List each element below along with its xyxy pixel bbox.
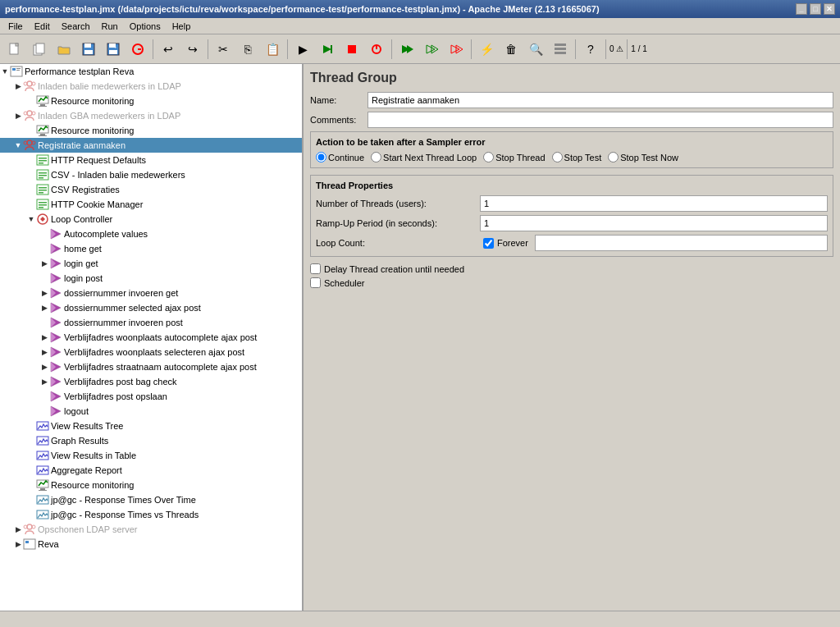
shutdown-button[interactable] xyxy=(365,38,388,61)
redo-button[interactable]: ↪ xyxy=(181,38,204,61)
tree-item-27[interactable]: View Results in Table xyxy=(0,448,302,463)
search-button[interactable]: 🔍 xyxy=(524,38,547,61)
forever-checkbox[interactable] xyxy=(483,238,494,249)
paste-button[interactable]: 📋 xyxy=(261,38,284,61)
tree-item-26[interactable]: Graph Results xyxy=(0,433,302,448)
delay-checkbox[interactable] xyxy=(310,263,321,274)
tree-item-17[interactable]: ▶dossiernummer selected ajax post xyxy=(0,300,302,315)
tree-item-24[interactable]: logout xyxy=(0,404,302,419)
continue-radio[interactable] xyxy=(316,152,326,162)
tree-item-23[interactable]: Verblijfadres post opslaan xyxy=(0,389,302,404)
help-button[interactable]: ? xyxy=(579,38,602,61)
menu-run[interactable]: Run xyxy=(97,21,123,32)
tree-item-32[interactable]: ▶Opschonen LDAP server xyxy=(0,522,302,537)
tree-item-14[interactable]: ▶login get xyxy=(0,256,302,271)
tree-item-13[interactable]: home get xyxy=(0,241,302,256)
revert-button[interactable] xyxy=(126,38,149,61)
tree-item-6[interactable]: ▼Registratie aanmaken xyxy=(0,138,302,153)
tree-item-5[interactable]: Resource monitoring xyxy=(0,123,302,138)
tree-toggle-14[interactable]: ▶ xyxy=(39,259,49,268)
tree-toggle-2[interactable]: ▶ xyxy=(13,82,23,90)
undo-button[interactable]: ↩ xyxy=(157,38,180,61)
tree-toggle-20[interactable]: ▶ xyxy=(39,348,49,356)
close-button[interactable]: ✕ xyxy=(824,3,835,15)
tree-toggle-11[interactable]: ▼ xyxy=(26,215,36,223)
open-button[interactable] xyxy=(52,38,75,61)
tree-label-19: Verblijfadres woonplaats autocomplete aj… xyxy=(64,332,257,342)
tree-item-30[interactable]: jp@gc - Response Times Over Time xyxy=(0,492,302,507)
tree-item-1[interactable]: ▼Performance testplan Reva xyxy=(0,64,302,79)
start-no-pause-button[interactable] xyxy=(316,38,339,61)
templates-button[interactable] xyxy=(28,38,51,61)
menu-help[interactable]: Help xyxy=(167,21,196,32)
tree-toggle-6[interactable]: ▼ xyxy=(13,141,23,149)
tree-item-19[interactable]: ▶Verblijfadres woonplaats autocomplete a… xyxy=(0,330,302,345)
tree-toggle-32[interactable]: ▶ xyxy=(13,525,23,533)
minimize-button[interactable]: _ xyxy=(796,3,807,15)
comments-input[interactable] xyxy=(368,112,833,128)
loop-count-input[interactable] xyxy=(535,235,828,251)
stop-thread-radio[interactable] xyxy=(483,152,494,162)
threads-input[interactable] xyxy=(480,195,828,212)
stop-test-now-radio[interactable] xyxy=(608,152,619,162)
tree-toggle-22[interactable]: ▶ xyxy=(39,378,49,386)
stop-button[interactable] xyxy=(340,38,363,61)
tree-item-15[interactable]: login post xyxy=(0,271,302,286)
tree-item-21[interactable]: ▶Verblijfadres straatnaam autocomplete a… xyxy=(0,359,302,374)
tree-item-12[interactable]: Autocomplete values xyxy=(0,227,302,241)
tree-toggle-19[interactable]: ▶ xyxy=(39,333,49,341)
tree-item-33[interactable]: ▶Reva xyxy=(0,537,302,551)
collapse-button[interactable] xyxy=(549,38,572,61)
function-helper-button[interactable]: ⚡ xyxy=(475,38,498,61)
scheduler-checkbox[interactable] xyxy=(310,277,321,288)
tree-toggle-33[interactable]: ▶ xyxy=(13,540,23,548)
tree-icon-sampler xyxy=(49,301,62,314)
rampup-input[interactable] xyxy=(480,215,828,231)
start-button[interactable]: ▶ xyxy=(291,38,314,61)
tree-item-20[interactable]: ▶Verblijfadres woonplaats selecteren aja… xyxy=(0,345,302,359)
remote-start-button[interactable] xyxy=(395,38,418,61)
name-input[interactable] xyxy=(368,92,833,108)
maximize-button[interactable]: □ xyxy=(810,3,821,15)
menu-options[interactable]: Options xyxy=(125,21,166,32)
save-button[interactable] xyxy=(77,38,100,61)
tree-item-10[interactable]: HTTP Cookie Manager xyxy=(0,197,302,212)
menu-edit[interactable]: Edit xyxy=(30,21,55,32)
tree-item-2[interactable]: ▶Inladen balie medewerkers in LDAP xyxy=(0,79,302,94)
svg-rect-101 xyxy=(24,539,35,549)
tree-item-11[interactable]: ▼Loop Controller xyxy=(0,212,302,227)
tree-item-8[interactable]: CSV - Inladen balie medewerkers xyxy=(0,167,302,182)
tree-item-3[interactable]: Resource monitoring xyxy=(0,94,302,108)
tree-icon-sampler xyxy=(49,360,62,373)
new-button[interactable] xyxy=(3,38,26,61)
tree-item-9[interactable]: CSV Registraties xyxy=(0,182,302,197)
tree-item-7[interactable]: HTTP Request Defaults xyxy=(0,153,302,167)
tree-item-22[interactable]: ▶Verblijfadres post bag check xyxy=(0,374,302,389)
tree-label-32: Opschonen LDAP server xyxy=(38,524,137,534)
action-stop-test-now: Stop Test Now xyxy=(608,152,678,162)
stop-test-radio[interactable] xyxy=(552,152,563,162)
tree-item-18[interactable]: dossiernummer invoeren post xyxy=(0,315,302,330)
tree-toggle-1[interactable]: ▼ xyxy=(0,67,10,76)
tree-toggle-16[interactable]: ▶ xyxy=(39,289,49,297)
remote-shutdown-button[interactable] xyxy=(445,38,468,61)
tree-toggle-21[interactable]: ▶ xyxy=(39,363,49,371)
menu-search[interactable]: Search xyxy=(57,21,95,32)
tree-item-31[interactable]: jp@gc - Response Times vs Threads xyxy=(0,507,302,522)
tree-item-29[interactable]: Resource monitoring xyxy=(0,478,302,492)
tree-item-16[interactable]: ▶dossiernummer invoeren get xyxy=(0,286,302,300)
tree-item-4[interactable]: ▶Inladen GBA medewerkers in LDAP xyxy=(0,108,302,123)
tree-toggle-17[interactable]: ▶ xyxy=(39,304,49,312)
tree-item-28[interactable]: Aggregate Report xyxy=(0,463,302,478)
tree-item-25[interactable]: View Results Tree xyxy=(0,419,302,433)
titlebar-controls[interactable]: _ □ ✕ xyxy=(796,3,835,15)
save-as-button[interactable]: + xyxy=(102,38,125,61)
remote-stop-button[interactable] xyxy=(420,38,443,61)
cut-button[interactable]: ✂ xyxy=(212,38,235,61)
copy-button[interactable]: ⎘ xyxy=(236,38,259,61)
tree-icon-controller xyxy=(36,213,49,226)
tree-toggle-4[interactable]: ▶ xyxy=(13,112,23,120)
menu-file[interactable]: File xyxy=(3,21,28,32)
clear-button[interactable]: 🗑 xyxy=(500,38,523,61)
start-next-radio[interactable] xyxy=(371,152,381,162)
